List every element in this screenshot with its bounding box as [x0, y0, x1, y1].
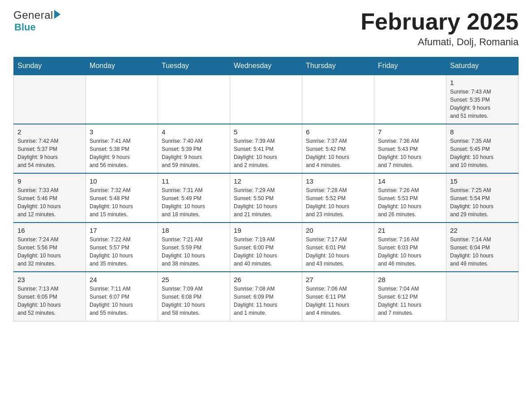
table-row: 24Sunrise: 7:11 AM Sunset: 6:07 PM Dayli… — [86, 272, 158, 321]
col-monday: Monday — [86, 57, 158, 75]
col-friday: Friday — [374, 57, 446, 75]
calendar-week-row: 1Sunrise: 7:43 AM Sunset: 5:35 PM Daylig… — [14, 75, 519, 124]
calendar-week-row: 2Sunrise: 7:42 AM Sunset: 5:37 PM Daylig… — [14, 124, 519, 173]
day-number: 14 — [378, 177, 442, 185]
day-number: 26 — [234, 276, 298, 283]
calendar-table: Sunday Monday Tuesday Wednesday Thursday… — [13, 57, 519, 321]
col-tuesday: Tuesday — [158, 57, 230, 75]
day-info: Sunrise: 7:33 AM Sunset: 5:46 PM Dayligh… — [17, 186, 82, 218]
day-info: Sunrise: 7:32 AM Sunset: 5:48 PM Dayligh… — [90, 186, 154, 218]
day-number: 17 — [90, 227, 154, 234]
day-info: Sunrise: 7:37 AM Sunset: 5:42 PM Dayligh… — [306, 137, 370, 169]
day-info: Sunrise: 7:26 AM Sunset: 5:53 PM Dayligh… — [378, 186, 442, 218]
table-row: 20Sunrise: 7:17 AM Sunset: 6:01 PM Dayli… — [302, 223, 374, 272]
day-number: 4 — [162, 128, 226, 136]
day-number: 28 — [378, 276, 442, 283]
day-number: 15 — [450, 177, 515, 185]
table-row: 7Sunrise: 7:36 AM Sunset: 5:43 PM Daylig… — [374, 124, 446, 173]
day-info: Sunrise: 7:04 AM Sunset: 6:12 PM Dayligh… — [378, 285, 442, 317]
table-row: 5Sunrise: 7:39 AM Sunset: 5:41 PM Daylig… — [230, 124, 302, 173]
day-number: 1 — [450, 79, 515, 86]
table-row — [86, 75, 158, 124]
table-row: 25Sunrise: 7:09 AM Sunset: 6:08 PM Dayli… — [158, 272, 230, 321]
day-info: Sunrise: 7:41 AM Sunset: 5:38 PM Dayligh… — [90, 137, 154, 169]
day-info: Sunrise: 7:28 AM Sunset: 5:52 PM Dayligh… — [306, 186, 370, 218]
table-row: 14Sunrise: 7:26 AM Sunset: 5:53 PM Dayli… — [374, 173, 446, 223]
calendar-subtitle: Afumati, Dolj, Romania — [360, 36, 519, 48]
day-number: 3 — [90, 128, 154, 136]
table-row: 15Sunrise: 7:25 AM Sunset: 5:54 PM Dayli… — [446, 173, 519, 223]
logo-arrow-icon — [54, 10, 60, 19]
day-number: 20 — [306, 227, 370, 234]
day-number: 27 — [306, 276, 370, 283]
day-info: Sunrise: 7:24 AM Sunset: 5:56 PM Dayligh… — [17, 235, 82, 268]
day-info: Sunrise: 7:19 AM Sunset: 6:00 PM Dayligh… — [234, 235, 298, 268]
day-number: 9 — [17, 177, 82, 185]
day-number: 21 — [378, 227, 442, 234]
calendar-header-row: Sunday Monday Tuesday Wednesday Thursday… — [14, 57, 519, 75]
table-row: 1Sunrise: 7:43 AM Sunset: 5:35 PM Daylig… — [446, 75, 519, 124]
table-row: 22Sunrise: 7:14 AM Sunset: 6:04 PM Dayli… — [446, 223, 519, 272]
day-info: Sunrise: 7:17 AM Sunset: 6:01 PM Dayligh… — [306, 235, 370, 268]
day-number: 2 — [17, 128, 82, 136]
calendar-title: February 2025 — [360, 9, 519, 34]
day-number: 25 — [162, 276, 226, 283]
day-info: Sunrise: 7:09 AM Sunset: 6:08 PM Dayligh… — [162, 285, 226, 317]
calendar-week-row: 9Sunrise: 7:33 AM Sunset: 5:46 PM Daylig… — [14, 173, 519, 223]
table-row — [302, 75, 374, 124]
day-info: Sunrise: 7:35 AM Sunset: 5:45 PM Dayligh… — [450, 137, 515, 169]
day-info: Sunrise: 7:25 AM Sunset: 5:54 PM Dayligh… — [450, 186, 515, 218]
day-info: Sunrise: 7:21 AM Sunset: 5:59 PM Dayligh… — [162, 235, 226, 268]
table-row — [230, 75, 302, 124]
table-row: 13Sunrise: 7:28 AM Sunset: 5:52 PM Dayli… — [302, 173, 374, 223]
day-info: Sunrise: 7:31 AM Sunset: 5:49 PM Dayligh… — [162, 186, 226, 218]
day-info: Sunrise: 7:36 AM Sunset: 5:43 PM Dayligh… — [378, 137, 442, 169]
table-row: 19Sunrise: 7:19 AM Sunset: 6:00 PM Dayli… — [230, 223, 302, 272]
day-number: 13 — [306, 177, 370, 185]
day-info: Sunrise: 7:06 AM Sunset: 6:11 PM Dayligh… — [306, 285, 370, 317]
day-info: Sunrise: 7:14 AM Sunset: 6:04 PM Dayligh… — [450, 235, 515, 268]
day-number: 19 — [234, 227, 298, 234]
calendar-title-block: February 2025 Afumati, Dolj, Romania — [360, 9, 519, 48]
table-row: 4Sunrise: 7:40 AM Sunset: 5:39 PM Daylig… — [158, 124, 230, 173]
col-thursday: Thursday — [302, 57, 374, 75]
logo-blue-text: Blue — [14, 21, 60, 33]
table-row: 16Sunrise: 7:24 AM Sunset: 5:56 PM Dayli… — [14, 223, 86, 272]
day-info: Sunrise: 7:29 AM Sunset: 5:50 PM Dayligh… — [234, 186, 298, 218]
day-number: 22 — [450, 227, 515, 234]
table-row: 10Sunrise: 7:32 AM Sunset: 5:48 PM Dayli… — [86, 173, 158, 223]
day-info: Sunrise: 7:40 AM Sunset: 5:39 PM Dayligh… — [162, 137, 226, 169]
table-row: 3Sunrise: 7:41 AM Sunset: 5:38 PM Daylig… — [86, 124, 158, 173]
logo-general-text: General — [13, 9, 53, 21]
day-number: 12 — [234, 177, 298, 185]
day-info: Sunrise: 7:43 AM Sunset: 5:35 PM Dayligh… — [450, 88, 515, 120]
day-info: Sunrise: 7:42 AM Sunset: 5:37 PM Dayligh… — [17, 137, 82, 169]
table-row: 28Sunrise: 7:04 AM Sunset: 6:12 PM Dayli… — [374, 272, 446, 321]
calendar-week-row: 23Sunrise: 7:13 AM Sunset: 6:05 PM Dayli… — [14, 272, 519, 321]
table-row: 9Sunrise: 7:33 AM Sunset: 5:46 PM Daylig… — [14, 173, 86, 223]
day-number: 24 — [90, 276, 154, 283]
day-number: 16 — [17, 227, 82, 234]
table-row: 26Sunrise: 7:08 AM Sunset: 6:09 PM Dayli… — [230, 272, 302, 321]
day-info: Sunrise: 7:39 AM Sunset: 5:41 PM Dayligh… — [234, 137, 298, 169]
day-number: 8 — [450, 128, 515, 136]
day-number: 11 — [162, 177, 226, 185]
day-info: Sunrise: 7:16 AM Sunset: 6:03 PM Dayligh… — [378, 235, 442, 268]
table-row: 11Sunrise: 7:31 AM Sunset: 5:49 PM Dayli… — [158, 173, 230, 223]
col-sunday: Sunday — [14, 57, 86, 75]
table-row — [374, 75, 446, 124]
table-row: 23Sunrise: 7:13 AM Sunset: 6:05 PM Dayli… — [14, 272, 86, 321]
calendar-week-row: 16Sunrise: 7:24 AM Sunset: 5:56 PM Dayli… — [14, 223, 519, 272]
day-number: 18 — [162, 227, 226, 234]
logo: General Blue — [13, 9, 60, 33]
table-row: 12Sunrise: 7:29 AM Sunset: 5:50 PM Dayli… — [230, 173, 302, 223]
page-header: General Blue February 2025 Afumati, Dolj… — [13, 9, 519, 48]
day-info: Sunrise: 7:08 AM Sunset: 6:09 PM Dayligh… — [234, 285, 298, 317]
day-number: 23 — [17, 276, 82, 283]
day-number: 5 — [234, 128, 298, 136]
col-saturday: Saturday — [446, 57, 519, 75]
table-row: 27Sunrise: 7:06 AM Sunset: 6:11 PM Dayli… — [302, 272, 374, 321]
col-wednesday: Wednesday — [230, 57, 302, 75]
table-row: 21Sunrise: 7:16 AM Sunset: 6:03 PM Dayli… — [374, 223, 446, 272]
table-row — [446, 272, 519, 321]
